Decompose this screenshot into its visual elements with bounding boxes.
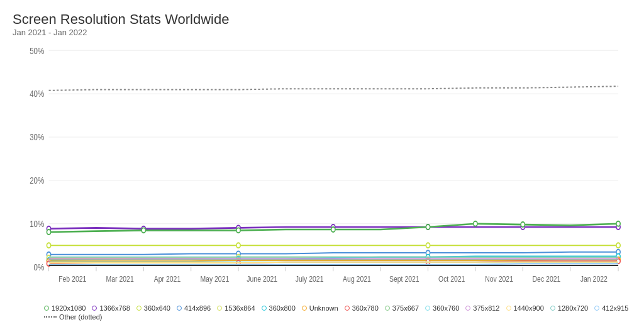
1920x1080-dot: [236, 228, 240, 233]
legend-dot-414x896: [177, 306, 182, 311]
svg-text:Oct 2021: Oct 2021: [438, 275, 465, 285]
legend-item-414x896: 414x896: [177, 304, 211, 312]
svg-text:Mar 2021: Mar 2021: [106, 275, 134, 285]
legend-dot-1280x720: [550, 306, 555, 311]
1920x1080-dot: [47, 230, 50, 235]
legend-dot-360x640: [136, 306, 142, 311]
legend-item-360x760: 360x760: [425, 304, 459, 312]
legend-item-360x800: 360x800: [262, 304, 296, 312]
svg-text:40%: 40%: [30, 89, 44, 99]
legend-item-375x667: 375x667: [385, 304, 419, 312]
svg-text:Feb 2021: Feb 2021: [58, 275, 86, 285]
legend-dot-375x667: [385, 306, 390, 311]
svg-text:Dec 2021: Dec 2021: [533, 275, 561, 285]
svg-text:May 2021: May 2021: [200, 275, 229, 285]
legend-label-unknown: Unknown: [309, 304, 338, 312]
legend-item-375x812: 375x812: [465, 304, 499, 312]
legend-label-1920x1080: 1920x1080: [52, 304, 86, 312]
other-dotted-line: [49, 87, 618, 91]
svg-text:20%: 20%: [30, 175, 44, 186]
1920x1080-dot: [331, 227, 335, 232]
legend-dot-1536x864: [217, 306, 222, 311]
1920x1080-dot: [426, 224, 430, 230]
legend-item-1920x1080: 1920x1080: [44, 304, 86, 312]
legend-dot-1920x1080: [44, 306, 49, 311]
legend-label-1440x900: 1440x900: [514, 304, 544, 312]
legend-dot-360x760: [425, 306, 430, 311]
svg-text:Jan 2022: Jan 2022: [580, 275, 608, 285]
chart-svg: 50% 40% 30% 20% 10% 0% Feb 2021 Mar 2021…: [13, 42, 631, 301]
page-container: Screen Resolution Stats Worldwide Jan 20…: [0, 0, 644, 327]
legend-label-412x915: 412x915: [602, 304, 628, 312]
legend-label-1536x864: 1536x864: [225, 304, 255, 312]
svg-text:Apr 2021: Apr 2021: [154, 275, 181, 285]
legend-dot-other: [44, 316, 57, 318]
legend-label-360x640: 360x640: [144, 304, 170, 312]
page-subtitle: Jan 2021 - Jan 2022: [13, 28, 631, 37]
360x640-dot: [616, 243, 620, 248]
legend-item-360x640: 360x640: [136, 304, 170, 312]
legend-item-1440x900: 1440x900: [506, 304, 544, 312]
legend-dot-unknown: [302, 306, 307, 311]
svg-text:0%: 0%: [34, 262, 45, 273]
svg-text:Aug 2021: Aug 2021: [343, 275, 371, 285]
legend-dot-375x812: [465, 306, 470, 311]
svg-text:30%: 30%: [30, 132, 44, 143]
1920x1080-dot: [474, 221, 477, 226]
legend-dot-1366x768: [92, 306, 97, 311]
chart-area: 50% 40% 30% 20% 10% 0% Feb 2021 Mar 2021…: [13, 42, 631, 321]
414x896-line: [49, 252, 618, 255]
legend-label-360x760: 360x760: [433, 304, 459, 312]
legend-dot-360x780: [345, 306, 350, 311]
412x915-line: [49, 264, 618, 265]
legend-label-360x780: 360x780: [352, 304, 379, 312]
360x640-dot: [47, 243, 50, 248]
legend-label-414x896: 414x896: [184, 304, 211, 312]
legend-item-412x915: 412x915: [594, 304, 628, 312]
svg-text:Sept 2021: Sept 2021: [389, 275, 419, 285]
legend-item-1366x768: 1366x768: [92, 304, 130, 312]
legend-dot-1440x900: [506, 306, 511, 311]
legend-label-375x812: 375x812: [473, 304, 499, 312]
1920x1080-dot: [521, 222, 525, 227]
svg-text:June 2021: June 2021: [247, 275, 277, 285]
chart-wrapper: 50% 40% 30% 20% 10% 0% Feb 2021 Mar 2021…: [13, 42, 631, 301]
legend-item-1280x720: 1280x720: [550, 304, 588, 312]
1920x1080-dot: [616, 221, 620, 226]
legend-item-360x780: 360x780: [345, 304, 379, 312]
svg-text:July 2021: July 2021: [296, 275, 324, 285]
legend-label-1280x720: 1280x720: [558, 304, 588, 312]
1920x1080-dot: [142, 228, 145, 233]
svg-text:10%: 10%: [30, 219, 44, 230]
legend-label-other: Other (dotted): [59, 313, 102, 321]
legend-item-1536x864: 1536x864: [217, 304, 255, 312]
360x640-dot: [426, 243, 430, 248]
svg-text:Nov 2021: Nov 2021: [485, 275, 513, 285]
legend-dot-412x915: [594, 306, 599, 311]
legend-item-unknown: Unknown: [302, 304, 338, 312]
360x640-dot: [236, 243, 240, 248]
legend-item-other: Other (dotted): [44, 313, 102, 321]
legend-label-1366x768: 1366x768: [99, 304, 130, 312]
legend-label-360x800: 360x800: [269, 304, 296, 312]
legend-label-375x667: 375x667: [392, 304, 419, 312]
svg-text:50%: 50%: [30, 46, 44, 57]
chart-legend: 1920x1080 1366x768 360x640 414x896 1536x…: [13, 301, 631, 321]
page-title: Screen Resolution Stats Worldwide: [13, 11, 631, 28]
legend-dot-360x800: [262, 306, 267, 311]
